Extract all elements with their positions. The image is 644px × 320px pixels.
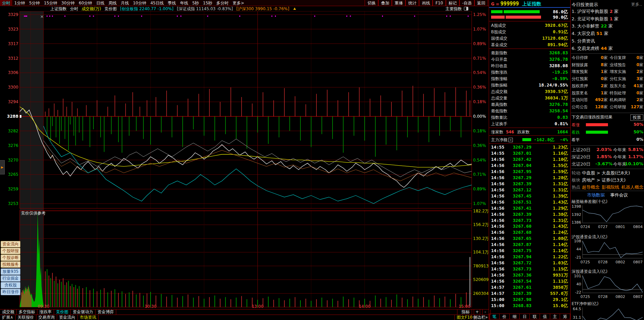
header-seg[interactable]: 竞价图 [104,6,117,11]
tip-item[interactable]: 2. 北证可申购新股 1 家 [572,16,643,23]
menubar-item-15分钟[interactable]: 15分钟 [42,0,59,6]
bottom-tab-竞价图[interactable]: 竞价图 [54,309,71,315]
bottom-tab-多空指标[interactable]: 多空指标 [16,309,37,315]
minichart-xaxis: 0724072708010804 [580,225,643,229]
menubar-item-30分钟[interactable]: 30分钟 [59,0,77,6]
index-20d-row: 北证20日-3.67%今年来-10.10% [572,161,643,168]
side-button-资金流向[interactable]: 资金流向 [1,241,20,247]
side-button-含权股[interactable]: 含权股 [1,282,20,288]
tab-市场数据[interactable]: 市场数据 [587,192,605,197]
menubar-item-月线[interactable]: 月线 [119,0,131,6]
tip-item[interactable]: 6. 交易龙虎榜 44 家 [572,45,643,52]
tick-row: 14:563267.391.38亿 [491,211,568,217]
tab-筹[interactable]: 筹 [560,314,570,319]
side-button-昨日涨停[interactable]: 昨日涨停 [1,289,20,295]
header-seg[interactable]: 成交额(万) [82,6,101,11]
menubar-item-季线[interactable]: 季线 [166,0,178,6]
header-seg[interactable]: [深证成指 11145.03 -0.83%] [177,6,233,11]
header-seg[interactable]: 分时 [70,6,78,11]
toolbar-返回[interactable]: 返回 [474,0,488,6]
tab-值[interactable]: 值 [540,314,550,319]
menubar-item-10分钟[interactable]: 10分钟 [131,0,148,6]
toolbar-标记[interactable]: 标记 [446,0,459,6]
side-button-投顾服务[interactable]: 投顾服务 [1,261,20,268]
stat-row: B股成交0.91亿 [491,29,568,35]
list-icon[interactable]: ≡ [508,138,513,142]
top-menubar: 分时1分钟5分钟15分钟30分钟60分钟日线周线月线10分钟45日线季线年线5秒… [0,0,489,6]
bottom-tab-市场资讯[interactable]: 市场资讯 [77,315,99,320]
bottom-tab-扩展∧[interactable]: 扩展∧ [0,315,16,320]
tab-价[interactable]: 价 [499,314,509,319]
menubar-item-更多>[interactable]: 更多> [231,0,246,6]
header-seg[interactable]: [沪深300 3990.15 -0.76%] [236,6,289,11]
toolbar-叠加[interactable]: 叠加 [378,0,392,6]
tip-item[interactable]: 4. 大宗交易 51 家 [572,31,643,37]
menubar-item-分时[interactable]: 分时 [0,0,12,6]
bottom-tab-资金流向[interactable]: 资金流向 [57,315,78,320]
menubar-item-15秒[interactable]: 15秒 [201,0,214,6]
toolbar-统计[interactable]: 统计 [405,0,419,6]
minichart-xaxis: 0725072808020807 [580,260,643,264]
sidebar-toggle-button[interactable]: 侧边栏» [471,315,490,320]
intraday-chart[interactable]: ×竞价仅供参考332933233317331233063300329432883… [0,11,488,309]
minichart-3: 64.531.1 [571,306,644,320]
tab-联[interactable]: 联 [529,314,540,319]
toolbar--自选[interactable]: -自选 [459,0,474,6]
side-button-个股研报[interactable]: 个股研报 [1,248,20,254]
menubar-item-45日线[interactable]: 45日线 [148,0,166,6]
hotspot-link[interactable]: 影视院线 [602,185,619,190]
menubar-item-1分钟[interactable]: 1分钟 [12,0,27,6]
menubar-item-5秒[interactable]: 5秒 [190,0,201,6]
tip-item[interactable]: 5. 分类资讯 [572,38,643,45]
header-seg[interactable]: 上证指数 [50,6,67,11]
tips-more-link[interactable]: 更多.. [631,2,642,7]
toolbar-重播[interactable]: 重播 [392,0,405,6]
menubar-item-5分钟[interactable]: 5分钟 [27,0,42,6]
toolbar-切换[interactable]: 切换 [365,0,378,6]
tab-事件会议[interactable]: 事件会议 [610,192,628,197]
side-button-放量935[interactable]: 放量935 [1,268,20,275]
tick-row: 14:563267.451.39亿 [491,193,568,199]
alarm-bell-icon[interactable] [293,7,296,10]
index-name[interactable]: 上证指数 [522,1,541,6]
tip-item[interactable]: 3. 大小非解禁 22 家 [572,23,643,30]
menubar-item-日线[interactable]: 日线 [94,0,106,6]
market-stat-row: 增发预案1家增发实施2家 [572,69,643,75]
side-button-行业掘金[interactable]: 行业掘金 [1,275,20,282]
indicator-minus-button[interactable]: - [480,309,491,315]
tab-细[interactable]: 细 [509,314,520,319]
hotspot-link[interactable]: 机器人概念 [621,185,643,190]
hotspot-link[interactable]: 超导概念 [582,185,599,190]
vote-button[interactable]: 投票 [630,114,643,121]
period-menu: 分时1分钟5分钟15分钟30分钟60分钟日线周线月线10分钟45日线季线年线5秒… [0,1,246,5]
panel-toggle-icon[interactable] [464,7,468,11]
bottom-tab-资金博弈[interactable]: 资金博弈 [95,309,116,315]
menubar-item-多分时[interactable]: 多分时 [214,0,231,6]
menubar-item-年线[interactable]: 年线 [178,0,190,6]
header-seg[interactable]: [创业板指 2240.77 -1.00%] [120,6,173,11]
bottom-tab-涨跌率[interactable]: 涨跌率 [37,309,54,315]
bottom-tab-交易查询[interactable]: 交易查询 [36,315,57,320]
tab-主[interactable]: 主 [550,314,560,319]
tip-item[interactable]: 1. 沪深可申购新股 2 家 [572,8,643,15]
stat-row: 指数量比0.83 [491,114,568,120]
bottom-tab-关联报价[interactable]: 关联报价 [15,315,36,320]
bottom-tab-成交额[interactable]: 成交额 [0,309,17,315]
side-button-个股诊断[interactable]: 个股诊断 [1,255,20,261]
overlay-close-icon[interactable]: × [40,14,44,19]
bottom-tab-资金驱动力[interactable]: 资金驱动力 [70,309,95,315]
menubar-item-60分钟[interactable]: 60分钟 [77,0,94,6]
chart-header: 上证指数分时成交额(万)竞价图[创业板指 2240.77 -1.00%][深证成… [0,6,489,11]
menubar-item-周线[interactable]: 周线 [106,0,119,6]
left-panel-handle[interactable]: ▶ [0,160,5,174]
pct-axis-label: 0.36% [473,85,486,90]
toolbar-F10[interactable]: F10 [433,0,446,6]
market-stat-row: 互动问答492家机构调研2家 [572,97,643,103]
index-code[interactable]: 999999 [501,1,519,7]
vote-header: 下交易日涨跌投票结果投票 [572,114,643,121]
tick-row: 14:563267.121.31亿 [491,187,568,193]
market-stat-row: 分红预案0家分红实施3家 [572,76,643,82]
volume-axis-label: 780913 [473,264,488,268]
toolbar-画线[interactable]: 画线 [419,0,433,6]
tab-日[interactable]: 日 [519,314,529,319]
